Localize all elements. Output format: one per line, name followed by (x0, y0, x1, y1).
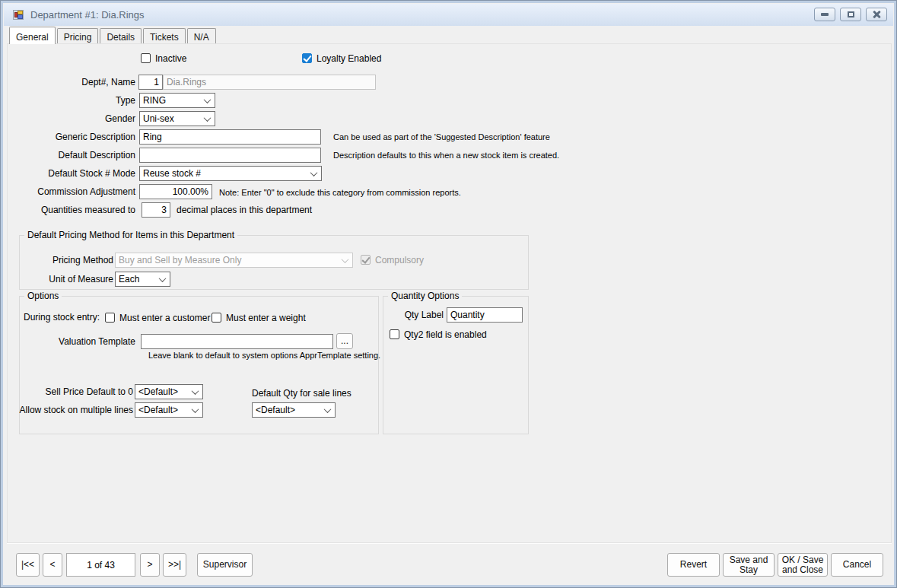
must-enter-customer-label: Must enter a customer (119, 313, 210, 324)
minimize-button[interactable] (814, 8, 835, 21)
save-and-stay-button[interactable]: Save and Stay (723, 553, 775, 577)
commission-adjustment-label: Commission Adjustment (21, 184, 135, 199)
compulsory-label: Compulsory (375, 255, 424, 266)
chevron-down-icon (204, 114, 212, 122)
sell-price-default-label: Sell Price Default to 0 (8, 384, 133, 399)
maximize-button[interactable] (840, 8, 861, 21)
tab-general[interactable]: General (9, 27, 56, 44)
qty2-enabled-label: Qty2 field is enabled (404, 329, 487, 341)
chevron-down-icon (192, 405, 199, 413)
quantities-measured-label: Quantities measured to (21, 202, 135, 218)
default-qty-sale-lines-label: Default Qty for sale lines (252, 387, 374, 399)
dept-number-field[interactable] (138, 75, 163, 90)
default-stock-mode-label: Default Stock # Mode (21, 166, 135, 181)
tab-strip: General Pricing Details Tickets N/A (9, 27, 218, 43)
default-qty-sale-lines-dropdown[interactable]: <Default> (252, 402, 336, 418)
revert-button[interactable]: Revert (667, 553, 720, 577)
generic-description-field[interactable] (139, 129, 321, 145)
minimize-icon (821, 13, 829, 16)
close-button[interactable] (866, 8, 887, 21)
quantities-measured-suffix: decimal places in this department (177, 202, 405, 218)
type-dropdown[interactable]: RING (139, 93, 215, 108)
cancel-button[interactable]: Cancel (831, 553, 883, 577)
commission-adjustment-note: Note: Enter "0" to exclude this category… (219, 187, 461, 198)
nav-first-button[interactable]: |<< (16, 553, 40, 577)
tab-pricing[interactable]: Pricing (57, 28, 99, 43)
chevron-down-icon (159, 275, 167, 282)
chevron-down-icon (204, 96, 212, 103)
must-enter-weight-label: Must enter a weight (226, 313, 306, 324)
tab-tickets[interactable]: Tickets (143, 28, 186, 43)
chevron-down-icon (310, 169, 318, 176)
default-description-label: Default Description (21, 148, 135, 163)
commission-adjustment-field[interactable] (139, 184, 212, 199)
sell-price-default-dropdown[interactable]: <Default> (135, 384, 203, 399)
department-dialog: Department #1: Dia.Rings General Pricing… (0, 0, 897, 588)
titlebar[interactable]: Department #1: Dia.Rings (4, 4, 893, 26)
compulsory-checkbox (361, 255, 371, 265)
dept-name-field[interactable] (163, 75, 376, 90)
generic-description-label: Generic Description (21, 129, 135, 145)
nav-prev-button[interactable]: < (43, 553, 62, 577)
options-group-title: Options (24, 291, 62, 302)
valuation-browse-button[interactable]: ... (336, 333, 353, 349)
loyalty-enabled-checkbox[interactable] (302, 53, 312, 63)
default-stock-mode-dropdown[interactable]: Reuse stock # (139, 166, 322, 181)
default-description-field[interactable] (139, 148, 321, 163)
maximize-icon (848, 11, 854, 17)
unit-of-measure-label: Unit of Measure (16, 272, 113, 287)
pricing-method-dropdown: Buy and Sell by Measure Only (115, 253, 353, 268)
pricing-method-label: Pricing Method (16, 253, 113, 268)
nav-next-button[interactable]: > (140, 553, 160, 577)
valuation-template-label: Valuation Template (21, 334, 135, 349)
quantity-options-group-title: Quantity Options (388, 291, 462, 302)
chevron-down-icon (324, 405, 332, 413)
nav-position-box: 1 of 43 (66, 553, 135, 577)
qty-label-label: Qty Label (367, 307, 444, 323)
generic-description-hint: Can be used as part of the 'Suggested De… (333, 132, 550, 142)
qty2-enabled-checkbox[interactable] (390, 329, 399, 339)
close-icon (873, 11, 880, 18)
gender-label: Gender (21, 111, 135, 126)
gender-dropdown[interactable]: Uni-sex (139, 111, 215, 126)
tab-details[interactable]: Details (100, 28, 142, 43)
default-description-hint: Description defaults to this when a new … (333, 150, 559, 161)
during-stock-entry-label: During stock entry: (24, 311, 107, 323)
unit-of-measure-dropdown[interactable]: Each (115, 272, 170, 287)
loyalty-enabled-label: Loyalty Enabled (316, 53, 381, 65)
inactive-label: Inactive (155, 53, 186, 65)
qty-label-field[interactable] (447, 307, 523, 323)
window-title: Department #1: Dia.Rings (30, 9, 145, 21)
tab-na[interactable]: N/A (187, 28, 216, 43)
must-enter-weight-checkbox[interactable] (212, 313, 221, 323)
ok-save-close-button[interactable]: OK / Save and Close (778, 553, 828, 577)
inactive-checkbox[interactable] (141, 53, 151, 63)
quantities-measured-field[interactable] (142, 202, 170, 218)
app-icon (13, 10, 24, 20)
type-label: Type (21, 93, 135, 108)
nav-last-button[interactable]: >>| (163, 553, 186, 577)
chevron-down-icon (342, 256, 349, 263)
pricing-method-group-title: Default Pricing Method for Items in this… (24, 230, 237, 241)
valuation-template-field[interactable] (141, 334, 333, 349)
dept-name-label: Dept#, Name (21, 75, 135, 90)
supervisor-button[interactable]: Supervisor (197, 553, 253, 577)
valuation-template-hint: Leave blank to default to system options… (148, 350, 380, 361)
chevron-down-icon (192, 387, 199, 395)
allow-stock-multiple-lines-dropdown[interactable]: <Default> (135, 402, 203, 418)
must-enter-customer-checkbox[interactable] (105, 313, 115, 323)
allow-stock-multiple-lines-label: Allow stock on multiple lines (8, 402, 133, 418)
